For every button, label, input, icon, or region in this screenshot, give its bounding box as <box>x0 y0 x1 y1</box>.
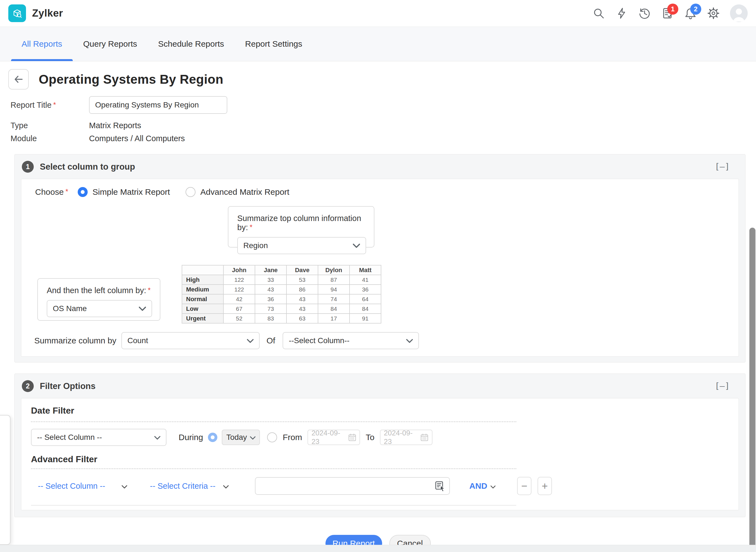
preview-cell-value: 42 <box>223 294 255 304</box>
zylker-logo-icon[interactable] <box>8 4 26 22</box>
preview-cell-value: 87 <box>318 275 349 285</box>
summarize-column-value: --Select Column-- <box>289 336 349 345</box>
choose-label: Choose* <box>35 187 68 197</box>
from-date-input[interactable]: 2024-09-23 <box>308 430 360 445</box>
advanced-value-wrap <box>255 477 450 495</box>
date-column-select[interactable]: -- Select Column -- <box>31 429 167 446</box>
notifications-bell-icon[interactable]: 2 <box>684 7 697 20</box>
advanced-column-value: -- Select Column -- <box>38 481 105 491</box>
brand: Zylker <box>8 4 63 22</box>
advanced-column-select[interactable]: -- Select Column -- <box>38 481 127 491</box>
section1-card: Choose* Simple Matrix Report Advanced Ma… <box>21 179 739 357</box>
section2-card: Date Filter -- Select Column -- During T… <box>21 398 739 510</box>
to-date-input[interactable]: 2024-09-23 <box>380 430 432 445</box>
calendar-icon <box>348 433 356 441</box>
tab-all-reports[interactable]: All Reports <box>11 27 73 61</box>
section2-number-badge: 2 <box>22 380 34 392</box>
settings-gear-icon[interactable] <box>707 7 720 20</box>
main-content: Operating Systems By Region Report Title… <box>0 61 756 552</box>
preview-cell-value: 122 <box>223 275 255 285</box>
preview-row-label: Low <box>182 304 223 313</box>
preview-table-row: High12233538741 <box>182 275 381 285</box>
choose-row: Choose* Simple Matrix Report Advanced Ma… <box>21 179 739 199</box>
preview-table-header-cell: John <box>223 265 255 275</box>
section2-header: 2 Filter Options [–] <box>15 374 745 398</box>
scrollbar-thumb[interactable] <box>749 228 755 552</box>
condition-operator-select[interactable]: AND <box>469 481 496 491</box>
back-button[interactable] <box>8 69 29 90</box>
quick-actions-icon[interactable] <box>615 7 628 20</box>
top-bar: Zylker 1 2 <box>0 0 756 26</box>
section1-header: 1 Select column to group [–] <box>15 154 745 179</box>
history-icon[interactable] <box>638 7 651 20</box>
app-screen: Zylker 1 2 <box>0 0 756 552</box>
radio-simple-matrix[interactable] <box>78 187 88 197</box>
report-tabs: All Reports Query Reports Schedule Repor… <box>0 26 756 61</box>
section1-bottom-spacer <box>15 357 745 362</box>
remove-condition-button[interactable]: − <box>517 477 531 495</box>
preview-cell-value: 33 <box>255 275 287 285</box>
radio-advanced-matrix[interactable] <box>186 187 196 197</box>
type-row: Type Matrix Reports <box>10 121 756 130</box>
section2-collapse-button[interactable]: [–] <box>715 381 730 391</box>
advanced-filter-divider <box>31 468 516 469</box>
chevron-down-icon <box>491 481 496 491</box>
value-picker-icon[interactable] <box>434 480 446 493</box>
preview-cell-value: 74 <box>318 294 349 304</box>
date-column-value: -- Select Column -- <box>37 433 102 442</box>
advanced-value-input[interactable] <box>255 477 450 495</box>
matrix-config-zone: Summarize top column information by:* Re… <box>21 206 739 324</box>
preview-cell-value: 43 <box>287 304 318 313</box>
summarize-function-select[interactable]: Count <box>121 332 260 349</box>
preview-table-header-cell: Dylon <box>318 265 349 275</box>
preview-cell-value: 73 <box>255 304 287 313</box>
preview-row-label: Normal <box>182 294 223 304</box>
date-filter-divider <box>31 421 516 422</box>
radio-advanced-matrix-label: Advanced Matrix Report <box>201 187 290 197</box>
report-title-input[interactable] <box>89 96 227 114</box>
chevron-down-icon <box>406 336 413 345</box>
preview-cell-value: 122 <box>223 285 255 294</box>
preview-cell-value: 84 <box>349 304 381 313</box>
section1-title: Select column to group <box>40 162 135 172</box>
notifications-badge: 2 <box>690 4 701 15</box>
title-row: Operating Systems By Region <box>8 69 756 90</box>
preview-cell-value: 83 <box>255 313 287 323</box>
during-preset-select[interactable]: Today <box>222 430 260 445</box>
advanced-filter-bottom-line <box>31 505 516 506</box>
summarize-row: Summarize column by Count Of --Select Co… <box>21 332 739 357</box>
report-title-label: Report Title* <box>10 101 89 110</box>
advanced-criteria-select[interactable]: -- Select Criteria -- <box>150 481 229 491</box>
module-row: Module Computers / All Computers <box>10 134 756 143</box>
tab-query-reports[interactable]: Query Reports <box>73 27 148 61</box>
tab-report-settings[interactable]: Report Settings <box>234 27 313 61</box>
preview-cell-value: 64 <box>349 294 381 304</box>
from-to-radio[interactable] <box>267 432 277 442</box>
summarize-label: Summarize column by <box>34 336 116 346</box>
search-icon[interactable] <box>592 7 605 20</box>
advanced-filter-heading: Advanced Filter <box>31 454 739 464</box>
audit-log-icon[interactable]: 1 <box>661 7 674 20</box>
preview-table-header-cell <box>182 265 223 275</box>
chevron-down-icon <box>250 433 255 442</box>
type-value: Matrix Reports <box>89 121 141 130</box>
tab-schedule-reports[interactable]: Schedule Reports <box>148 27 234 61</box>
preview-table-header-row: JohnJaneDaveDylonMatt <box>182 265 381 275</box>
section1-collapse-button[interactable]: [–] <box>715 162 730 171</box>
top-column-select[interactable]: Region <box>237 237 366 254</box>
preview-table-row: Normal4236437464 <box>182 294 381 304</box>
left-column-select[interactable]: OS Name <box>47 300 152 317</box>
user-avatar[interactable] <box>730 4 748 22</box>
audit-badge: 1 <box>667 4 678 15</box>
of-label: Of <box>266 336 276 346</box>
summarize-column-select[interactable]: --Select Column-- <box>283 332 419 349</box>
chevron-down-icon <box>247 336 253 345</box>
bottom-strip <box>0 545 756 552</box>
preview-cell-value: 41 <box>349 275 381 285</box>
add-condition-button[interactable]: + <box>538 477 552 495</box>
during-radio[interactable] <box>208 433 217 442</box>
page-title: Operating Systems By Region <box>39 72 223 87</box>
preview-table-header-cell: Jane <box>255 265 287 275</box>
preview-table-header-cell: Matt <box>349 265 381 275</box>
left-column-box: And then the left column by:* OS Name <box>37 278 160 321</box>
